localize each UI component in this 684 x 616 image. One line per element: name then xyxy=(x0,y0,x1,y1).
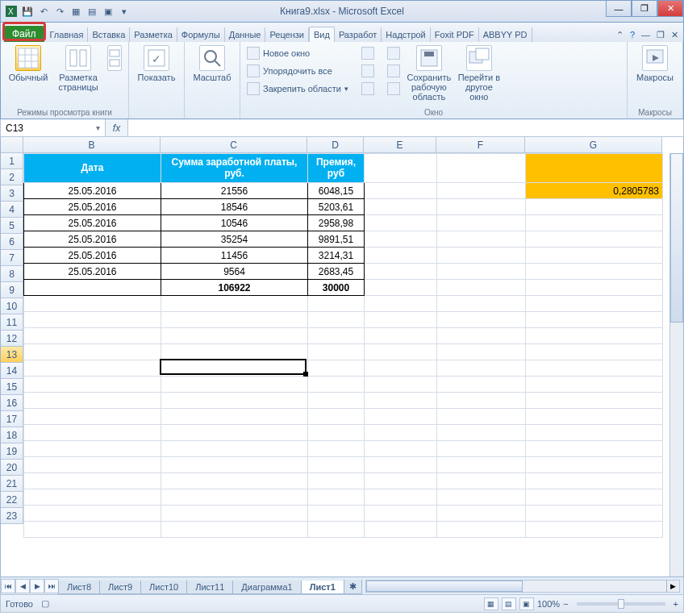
row-header-16[interactable]: 16 xyxy=(1,395,23,411)
cell[interactable]: 21556 xyxy=(161,183,308,199)
cell[interactable] xyxy=(365,377,437,393)
cell[interactable] xyxy=(437,522,526,538)
cell[interactable] xyxy=(526,457,663,473)
cell[interactable] xyxy=(308,328,365,344)
new-window-button[interactable]: Новое окно xyxy=(245,45,350,61)
cell[interactable] xyxy=(24,441,161,457)
tab-layout[interactable]: Разметка xyxy=(130,27,177,42)
cell[interactable]: 25.05.2016 xyxy=(24,199,161,215)
cell[interactable] xyxy=(308,312,365,328)
row-header-20[interactable]: 20 xyxy=(1,460,23,476)
cell[interactable] xyxy=(526,215,663,231)
cell[interactable] xyxy=(437,328,526,344)
cell[interactable] xyxy=(526,296,663,312)
cell[interactable] xyxy=(308,393,365,409)
cell[interactable] xyxy=(365,154,437,183)
cell[interactable] xyxy=(161,522,308,538)
cell[interactable] xyxy=(437,377,526,393)
col-header-E[interactable]: E xyxy=(364,137,436,153)
doc-close-icon[interactable]: ✕ xyxy=(671,30,678,40)
cell[interactable] xyxy=(365,215,437,231)
cell[interactable] xyxy=(365,248,437,264)
row-header-9[interactable]: 9 xyxy=(1,282,23,298)
row-header-15[interactable]: 15 xyxy=(1,379,23,395)
row-headers[interactable]: 1234567891011121314151617181920212223 xyxy=(1,153,23,524)
row-header-5[interactable]: 5 xyxy=(1,218,23,234)
cell[interactable]: 18546 xyxy=(161,199,308,215)
close-button[interactable]: ✕ xyxy=(657,1,683,17)
row-header-19[interactable]: 19 xyxy=(1,443,23,460)
cell[interactable] xyxy=(526,522,663,538)
cell[interactable] xyxy=(437,489,526,506)
cell[interactable] xyxy=(526,264,663,280)
zoom-button[interactable]: Масштаб xyxy=(190,45,235,82)
cell[interactable] xyxy=(526,425,663,441)
select-all-corner[interactable] xyxy=(1,137,23,153)
tab-home[interactable]: Главная xyxy=(46,27,89,42)
sheet-nav-first[interactable]: ⏮ xyxy=(1,579,15,593)
tab-foxit[interactable]: Foxit PDF xyxy=(431,27,479,42)
cell[interactable] xyxy=(437,441,526,457)
cell[interactable] xyxy=(365,296,437,312)
formula-input[interactable] xyxy=(128,119,683,136)
cell[interactable] xyxy=(308,473,365,489)
qat-icon[interactable]: ▦ xyxy=(69,4,83,19)
cell[interactable]: 35254 xyxy=(161,231,308,248)
cell[interactable] xyxy=(437,296,526,312)
tab-review[interactable]: Рецензи xyxy=(265,27,309,42)
help-icon[interactable]: ? xyxy=(630,30,635,40)
macros-button[interactable]: Макросы xyxy=(632,45,678,82)
freeze-panes-button[interactable]: Закрепить области ▾ xyxy=(245,81,350,97)
name-box[interactable]: C13 ▾ xyxy=(1,119,106,136)
cell[interactable] xyxy=(526,409,663,425)
col-header-C[interactable]: C xyxy=(161,137,307,153)
zoom-knob[interactable] xyxy=(618,599,624,609)
row-header-23[interactable]: 23 xyxy=(1,508,23,524)
sheet-tab-Лист8[interactable]: Лист8 xyxy=(58,581,100,594)
cell[interactable] xyxy=(526,344,663,360)
cell[interactable] xyxy=(365,183,437,199)
sheet-tab-Лист10[interactable]: Лист10 xyxy=(140,581,187,594)
sync3-button[interactable] xyxy=(386,81,402,97)
cell[interactable] xyxy=(437,425,526,441)
cell[interactable]: 9564 xyxy=(161,264,308,280)
cell[interactable] xyxy=(308,360,365,377)
cell[interactable] xyxy=(365,473,437,489)
cell[interactable] xyxy=(437,393,526,409)
doc-restore-icon[interactable]: ❐ xyxy=(657,30,665,40)
cell[interactable] xyxy=(161,377,308,393)
cell[interactable] xyxy=(308,489,365,506)
cell[interactable] xyxy=(308,344,365,360)
redo-icon[interactable]: ↷ xyxy=(52,4,67,19)
cell[interactable]: 2683,45 xyxy=(308,264,365,280)
row-header-8[interactable]: 8 xyxy=(1,266,23,282)
row-header-18[interactable]: 18 xyxy=(1,427,23,443)
cell[interactable] xyxy=(161,328,308,344)
zoom-out-button[interactable]: − xyxy=(563,599,568,609)
row-header-14[interactable]: 14 xyxy=(1,363,23,379)
row-header-6[interactable]: 6 xyxy=(1,234,23,250)
cell[interactable] xyxy=(526,231,663,248)
hscroll-thumb[interactable] xyxy=(366,581,523,592)
cell[interactable] xyxy=(526,154,663,183)
sheet-tab-Диаграмма1[interactable]: Диаграмма1 xyxy=(232,581,301,594)
cell[interactable] xyxy=(437,215,526,231)
column-headers[interactable]: BCDEFG xyxy=(23,137,662,153)
cell[interactable] xyxy=(365,199,437,215)
horizontal-scrollbar[interactable]: ▶ xyxy=(365,580,680,593)
cell[interactable] xyxy=(308,409,365,425)
cell[interactable]: 0,2805783 xyxy=(526,183,663,199)
cell[interactable] xyxy=(24,425,161,441)
tab-data[interactable]: Данные xyxy=(225,27,266,42)
cell[interactable] xyxy=(365,409,437,425)
col-header-B[interactable]: B xyxy=(23,137,161,153)
tab-view[interactable]: Вид xyxy=(309,27,335,42)
cell[interactable]: 6048,15 xyxy=(308,183,365,199)
cells[interactable]: ДатаСумма заработной платы,руб.Премия,ру… xyxy=(23,153,663,538)
cell[interactable] xyxy=(365,393,437,409)
cell[interactable] xyxy=(526,312,663,328)
cell[interactable] xyxy=(526,199,663,215)
zoom-slider[interactable] xyxy=(577,602,665,606)
cell[interactable] xyxy=(365,425,437,441)
zoom-in-button[interactable]: + xyxy=(674,599,678,609)
